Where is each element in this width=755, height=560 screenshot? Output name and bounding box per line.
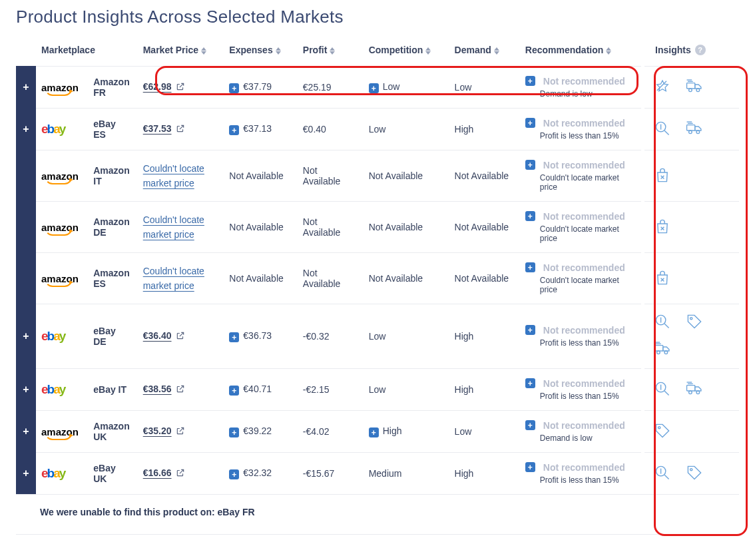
- col-profit[interactable]: Profit: [296, 33, 362, 67]
- external-link-icon[interactable]: [176, 82, 185, 93]
- insights-cell: [644, 411, 739, 453]
- expand-icon[interactable]: +: [369, 427, 379, 437]
- sort-icon[interactable]: [276, 47, 281, 55]
- magnifier-icon[interactable]: [654, 381, 671, 399]
- market-price-cell[interactable]: Couldn't locate market price: [136, 253, 223, 304]
- market-price-cell[interactable]: €38.56: [136, 369, 223, 411]
- tag-icon[interactable]: [654, 423, 671, 441]
- expand-row-button[interactable]: +: [16, 371, 36, 408]
- profit-cell: -€15.67: [296, 453, 362, 495]
- expand-icon[interactable]: +: [229, 125, 239, 135]
- expand-icon[interactable]: +: [229, 386, 239, 396]
- expand-row-button[interactable]: +: [16, 318, 36, 355]
- col-marketplace[interactable]: Marketplace: [36, 33, 136, 67]
- amazon-logo: amazon: [41, 170, 79, 182]
- expand-icon[interactable]: +: [525, 262, 535, 272]
- demand-cell: High: [448, 453, 519, 495]
- ebay-logo: ebay: [41, 122, 65, 136]
- profit-cell: €0.40: [296, 109, 362, 150]
- truck-icon[interactable]: [686, 79, 703, 97]
- magnifier-icon[interactable]: [654, 465, 671, 483]
- recommendation-cell: +Not recommendedProfit is less than 15%: [519, 109, 642, 150]
- external-link-icon[interactable]: [176, 331, 185, 342]
- external-link-icon[interactable]: [176, 384, 185, 396]
- demand-cell: High: [448, 304, 519, 369]
- recommendation-cell: +Not recommendedProfit is less than 15%: [519, 304, 642, 369]
- competition-cell: +Low: [362, 67, 448, 109]
- tag-icon[interactable]: [686, 465, 703, 483]
- expand-icon[interactable]: +: [525, 118, 535, 128]
- sort-icon[interactable]: [494, 47, 499, 55]
- market-price-cell[interactable]: Couldn't locate market price: [136, 150, 223, 202]
- marketplace-name: eBay DE: [87, 304, 136, 369]
- tag-icon[interactable]: [686, 314, 703, 332]
- truck-icon[interactable]: [686, 381, 703, 399]
- market-price-cell[interactable]: €36.40: [136, 304, 223, 369]
- profit-cell: €25.19: [296, 67, 362, 109]
- competition-cell: Low: [362, 304, 448, 369]
- bag-x-icon[interactable]: [654, 270, 671, 288]
- expand-icon[interactable]: +: [229, 469, 239, 479]
- expand-icon[interactable]: +: [229, 83, 239, 93]
- expand-icon[interactable]: +: [525, 160, 535, 170]
- expand-icon[interactable]: +: [369, 83, 379, 93]
- sort-icon[interactable]: [606, 47, 611, 55]
- expand-row-button[interactable]: +: [16, 111, 36, 148]
- col-expenses[interactable]: Expenses: [222, 33, 296, 67]
- expenses-cell: +€37.79: [222, 67, 296, 109]
- expand-icon[interactable]: +: [525, 378, 535, 388]
- marketplace-name: Amazon UK: [87, 411, 136, 453]
- external-link-icon[interactable]: [176, 468, 185, 479]
- expand-row-button[interactable]: +: [16, 69, 36, 106]
- market-price-cell[interactable]: €62.98: [136, 67, 223, 109]
- insights-cell: [644, 253, 739, 304]
- col-demand[interactable]: Demand: [448, 33, 519, 67]
- magnifier-icon[interactable]: [654, 314, 671, 332]
- insights-cell: [644, 150, 739, 202]
- expand-icon[interactable]: +: [525, 211, 535, 221]
- help-icon[interactable]: ?: [695, 45, 706, 55]
- competition-cell: Not Available: [362, 253, 448, 304]
- market-price-cell[interactable]: €37.53: [136, 109, 223, 150]
- amazon-logo: amazon: [41, 82, 79, 93]
- expand-icon[interactable]: +: [229, 427, 239, 437]
- expand-icon[interactable]: +: [525, 76, 535, 86]
- expand-icon[interactable]: +: [525, 420, 535, 430]
- competition-cell: Low: [362, 109, 448, 150]
- market-price-cell[interactable]: Couldn't locate market price: [136, 202, 223, 253]
- expenses-cell: Not Available: [222, 202, 296, 253]
- competition-cell: Medium: [362, 453, 448, 495]
- magnifier-icon[interactable]: [654, 121, 671, 139]
- marketplace-name: Amazon DE: [87, 202, 136, 253]
- marketplace-name: Amazon FR: [87, 67, 136, 109]
- expand-row-button[interactable]: +: [16, 413, 36, 450]
- bag-x-icon[interactable]: [654, 218, 671, 236]
- expenses-cell: +€32.32: [222, 453, 296, 495]
- bag-x-icon[interactable]: [654, 167, 671, 185]
- external-link-icon[interactable]: [176, 426, 185, 437]
- sort-icon[interactable]: [425, 47, 431, 55]
- ebay-logo: ebay: [41, 382, 65, 396]
- expand-icon[interactable]: +: [525, 325, 535, 335]
- market-price-cell[interactable]: €35.20: [136, 411, 223, 453]
- expand-row-button[interactable]: +: [16, 455, 36, 492]
- not-found-notice: We were unable to find this product on: …: [16, 494, 739, 527]
- sort-icon[interactable]: [330, 47, 335, 55]
- expand-icon[interactable]: +: [229, 332, 239, 342]
- expand-icon[interactable]: +: [525, 462, 535, 472]
- market-price-cell[interactable]: €16.66: [136, 453, 223, 495]
- external-link-icon[interactable]: [176, 124, 185, 135]
- star-icon[interactable]: [654, 79, 671, 97]
- sort-icon[interactable]: [201, 47, 206, 55]
- col-insights: Insights?: [644, 33, 739, 67]
- truck-icon[interactable]: [654, 341, 671, 359]
- demand-cell: High: [448, 369, 519, 411]
- truck-icon[interactable]: [686, 121, 703, 139]
- expenses-cell: +€37.13: [222, 109, 296, 150]
- col-recommendation[interactable]: Recommendation: [519, 33, 642, 67]
- amazon-logo: amazon: [41, 426, 79, 437]
- insights-cell: [644, 453, 739, 495]
- col-market-price[interactable]: Market Price: [136, 33, 223, 67]
- profit-cell: -€4.02: [296, 411, 362, 453]
- col-competition[interactable]: Competition: [362, 33, 448, 67]
